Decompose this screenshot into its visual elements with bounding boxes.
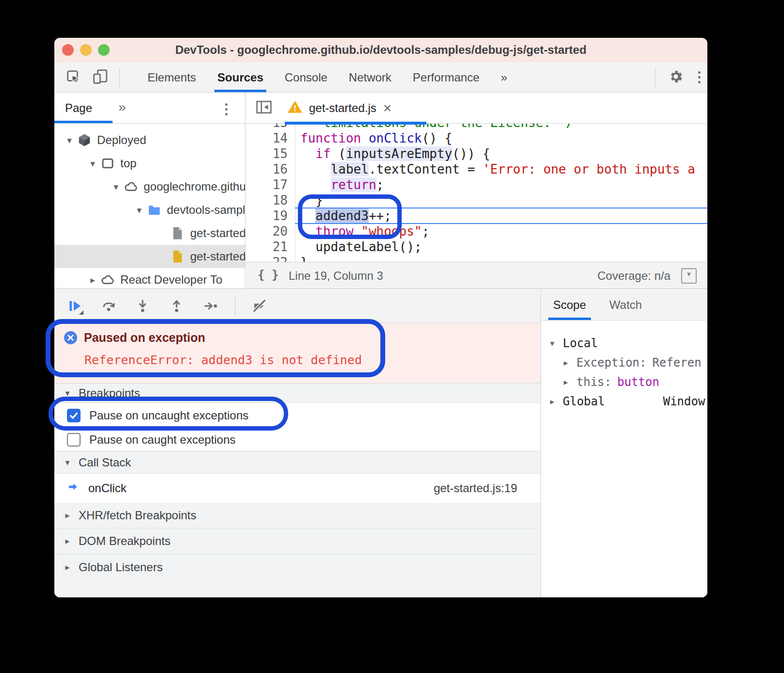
- code-text: * limitations under the License. */: [294, 124, 574, 130]
- paused-title: Paused on exception: [84, 331, 205, 345]
- device-toolbar-icon[interactable]: [92, 68, 109, 87]
- paused-message: Paused on exception ReferenceError: adde…: [54, 323, 540, 384]
- caret-down-icon: ▾: [85, 158, 100, 169]
- navigator-more-icon[interactable]: [223, 101, 229, 117]
- code-line-18[interactable]: 18 }: [246, 192, 707, 208]
- code-token: ()) {: [452, 146, 490, 161]
- scope-pane: Scope Watch ▾Local▸Exception:Referen▸thi…: [541, 289, 707, 597]
- toolbar-separator: [119, 68, 120, 87]
- call-stack-frame[interactable]: onClick get-started.js:19: [54, 474, 540, 503]
- scope-this[interactable]: ▸this:button: [541, 372, 707, 392]
- tab-performance[interactable]: Performance: [413, 63, 479, 92]
- resume-script-button[interactable]: [65, 296, 84, 316]
- titlebar: DevTools - googlechrome.github.io/devtoo…: [54, 38, 707, 62]
- tab-sources[interactable]: Sources: [217, 63, 263, 92]
- paused-detail: ReferenceError: addend3 is not defined: [84, 353, 362, 367]
- step-button[interactable]: [201, 296, 220, 316]
- tab-console[interactable]: Console: [285, 63, 327, 92]
- minimize-window-button[interactable]: [80, 44, 92, 56]
- pause-caught-checkbox[interactable]: [67, 433, 81, 447]
- scope-global[interactable]: ▸GlobalWindow: [541, 392, 707, 411]
- tab-network[interactable]: Network: [349, 63, 392, 92]
- tree-item-get-started[interactable]: get-started: [54, 222, 245, 245]
- line-number: 14: [246, 130, 294, 146]
- paused-line-top-border: [295, 208, 707, 208]
- zoom-window-button[interactable]: [98, 44, 110, 56]
- settings-gear-icon[interactable]: [668, 69, 684, 86]
- tab-page[interactable]: Page: [65, 93, 92, 124]
- code-token: addend3: [315, 208, 369, 223]
- pause-caught-row[interactable]: Pause on caught exceptions: [54, 428, 540, 451]
- dom-breakpoints-section-header[interactable]: ▸ DOM Breakpoints: [54, 529, 540, 554]
- code-token: inputsAreEmpty: [346, 146, 452, 161]
- tree-item-devtools-samples[interactable]: ▾devtools-samples: [54, 198, 245, 222]
- code-line-19[interactable]: 19 addend3++;: [246, 208, 707, 224]
- code-line-16[interactable]: 16 label.textContent = 'Error: one or bo…: [246, 161, 707, 177]
- step-into-button[interactable]: [133, 296, 152, 316]
- more-options-icon[interactable]: [696, 69, 702, 85]
- code-token: [300, 224, 315, 239]
- tab-watch[interactable]: Watch: [609, 289, 642, 320]
- debugger-toolbar: [54, 289, 540, 323]
- scope-exception[interactable]: ▸Exception:Referen: [541, 353, 707, 372]
- code-token: if: [315, 146, 330, 161]
- code-token: ;: [376, 177, 384, 192]
- line-number: 18: [246, 192, 294, 208]
- code-token: throw: [315, 224, 353, 239]
- global-listeners-section-header[interactable]: ▸ Global Listeners: [54, 554, 540, 580]
- debugger-toolbar-separator: [235, 297, 235, 315]
- tree-item-react-devtools[interactable]: ▸React Developer To: [54, 268, 245, 288]
- code-line-20[interactable]: 20 throw "whoops";: [246, 224, 707, 239]
- code-line-13[interactable]: 13 * limitations under the License. */: [246, 124, 707, 130]
- breakpoints-section-header[interactable]: ▾ Breakpoints: [54, 384, 540, 403]
- code-line-21[interactable]: 21 updateLabel();: [246, 239, 707, 255]
- hide-navigator-icon[interactable]: [256, 100, 272, 116]
- folder-icon: [147, 203, 162, 217]
- format-braces-icon[interactable]: { }: [258, 262, 278, 288]
- traffic-lights: [62, 44, 110, 56]
- tree-item-deployed[interactable]: ▾Deployed: [54, 128, 245, 152]
- caret-down-icon: ▾: [132, 205, 147, 216]
- frame-location[interactable]: get-started.js:19: [434, 481, 517, 495]
- code-editor[interactable]: 13 * limitations under the License. */14…: [246, 124, 707, 262]
- close-tab-icon[interactable]: ×: [383, 101, 392, 115]
- code-text: updateLabel();: [294, 239, 422, 255]
- scope-list: ▾Local▸Exception:Referen▸this:button▸Glo…: [541, 320, 707, 411]
- tree-item-top[interactable]: ▾top: [54, 152, 245, 175]
- code-line-15[interactable]: 15 if (inputsAreEmpty()) {: [246, 146, 707, 161]
- tree-item-get-started-js[interactable]: get-started.js: [54, 245, 245, 268]
- close-window-button[interactable]: [62, 44, 74, 56]
- xhr-breakpoints-section-header[interactable]: ▸ XHR/fetch Breakpoints: [54, 503, 540, 529]
- tree-item-googlechrome[interactable]: ▾googlechrome.githu: [54, 175, 245, 198]
- debugger-sidebar: Paused on exception ReferenceError: adde…: [54, 289, 541, 597]
- code-lines: 13 * limitations under the License. */14…: [246, 124, 707, 262]
- pause-caught-label: Pause on caught exceptions: [89, 433, 236, 447]
- code-text: return;: [294, 177, 384, 192]
- code-token: [354, 224, 361, 239]
- code-token: onClick: [369, 131, 422, 145]
- step-out-button[interactable]: [167, 296, 186, 316]
- call-stack-section-header[interactable]: ▾ Call Stack: [54, 451, 540, 474]
- code-line-17[interactable]: 17 return;: [246, 177, 707, 192]
- code-token: ;: [422, 224, 429, 239]
- paused-line-bottom-border: [295, 223, 707, 224]
- more-tabs-chevron-icon[interactable]: »: [118, 93, 126, 122]
- step-over-button[interactable]: [99, 296, 118, 316]
- tab-more-panels[interactable]: »: [501, 63, 507, 92]
- pause-uncaught-checkbox[interactable]: [67, 409, 81, 422]
- pause-uncaught-row[interactable]: Pause on uncaught exceptions: [54, 403, 540, 428]
- deactivate-breakpoints-button[interactable]: [250, 296, 269, 316]
- editor-tab-get-started-js[interactable]: get-started.js ×: [288, 93, 392, 123]
- scope-local[interactable]: ▾Local: [541, 334, 707, 353]
- code-text: addend3++;: [294, 208, 392, 224]
- expand-caret-icon: ▸: [62, 536, 73, 546]
- code-line-22[interactable]: 22}: [246, 255, 707, 262]
- code-line-14[interactable]: 14function onClick() {: [246, 130, 707, 146]
- inspect-element-icon[interactable]: [65, 68, 82, 87]
- line-number: 13: [246, 124, 294, 130]
- tab-elements[interactable]: Elements: [147, 63, 196, 92]
- tab-scope[interactable]: Scope: [553, 289, 586, 320]
- scope-tabs: Scope Watch: [541, 289, 707, 320]
- caret-right-icon: ▸: [550, 397, 563, 407]
- drawer-toggle-icon[interactable]: ▼: [681, 268, 697, 284]
